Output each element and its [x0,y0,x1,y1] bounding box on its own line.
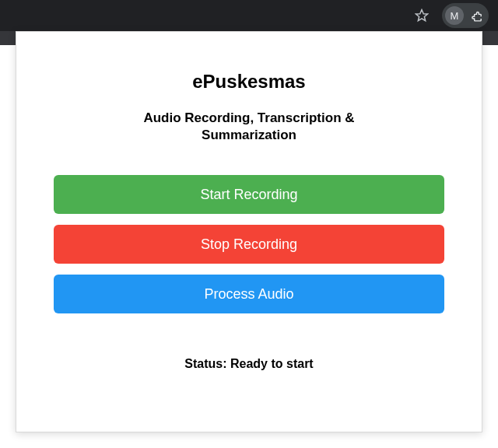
start-recording-button[interactable]: Start Recording [54,175,444,214]
status-label: Status: [184,357,226,370]
svg-marker-0 [416,10,428,21]
avatar-letter: M [451,10,459,22]
app-title: ePuskesmas [192,71,305,93]
stop-recording-button[interactable]: Stop Recording [54,225,444,264]
status-text: Status: Ready to start [184,357,313,371]
profile-avatar[interactable]: M [445,6,464,25]
bookmark-star-icon[interactable] [414,8,430,23]
extension-popup: ePuskesmas Audio Recording, Transcriptio… [16,31,482,432]
browser-toolbar: M [0,0,498,31]
extensions-puzzle-icon[interactable] [468,8,484,23]
app-subtitle: Audio Recording, Transcription & Summari… [117,110,381,144]
process-audio-button[interactable]: Process Audio [54,275,444,313]
status-value: Ready to start [230,357,314,370]
profile-extensions-group: M [442,3,489,28]
